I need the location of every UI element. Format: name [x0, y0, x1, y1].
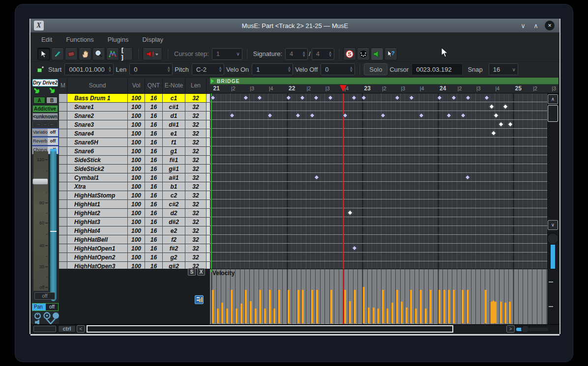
drum-row[interactable]: HighHat310016d#232: [59, 218, 210, 226]
sound-name-cell[interactable]: HighHatStomp: [67, 191, 128, 199]
qnt-cell[interactable]: 16: [145, 147, 163, 155]
velocity-bar[interactable]: [504, 303, 506, 323]
vol-cell[interactable]: 100: [128, 262, 145, 269]
note-diamond[interactable]: [299, 95, 305, 100]
enote-cell[interactable]: b1: [163, 182, 185, 191]
whats-this-button[interactable]: ?: [384, 48, 397, 60]
enote-cell[interactable]: c#1: [163, 103, 185, 111]
send-row-reverb[interactable]: Reverboff: [32, 137, 59, 145]
mute-cell[interactable]: [59, 94, 67, 102]
mute-cell[interactable]: [59, 112, 67, 120]
horizontal-zoom-knob[interactable]: [521, 325, 529, 333]
sound-name-cell[interactable]: SideStick: [67, 156, 128, 164]
velocity-bar[interactable]: [420, 290, 422, 323]
velocity-bar[interactable]: [495, 302, 497, 323]
vol-cell[interactable]: 100: [128, 112, 145, 120]
bank-button[interactable]: Addictive D: [32, 105, 58, 113]
velocity-bar[interactable]: [467, 290, 469, 323]
snap-combo[interactable]: 16∨: [489, 63, 518, 75]
note-diamond[interactable]: [437, 95, 442, 100]
velocity-bar[interactable]: [406, 308, 408, 323]
sound-name-cell[interactable]: HighHatOpen2: [67, 253, 128, 261]
input-routing-icon[interactable]: [33, 87, 42, 95]
drum-row[interactable]: Xtra10016b132: [59, 182, 210, 191]
len-cell[interactable]: 32: [185, 138, 206, 146]
velocity-bar[interactable]: [382, 290, 384, 323]
pointer-tool-button[interactable]: [37, 48, 50, 60]
drum-row[interactable]: Snare610016g132: [59, 147, 210, 156]
velocity-bar[interactable]: [250, 301, 252, 323]
velocity-bar[interactable]: [297, 290, 299, 323]
velocity-bar[interactable]: [377, 309, 379, 323]
velocity-bar[interactable]: [415, 309, 417, 323]
len-cell[interactable]: 32: [185, 147, 206, 155]
note-diamond[interactable]: [465, 95, 470, 100]
velocity-bar[interactable]: [462, 290, 464, 323]
enote-cell[interactable]: d#1: [163, 120, 185, 129]
instrument-button[interactable]: <unknown>: [32, 113, 58, 120]
velocity-bar[interactable]: [396, 290, 398, 323]
qnt-cell[interactable]: 16: [145, 200, 163, 208]
qnt-cell[interactable]: 16: [145, 112, 163, 120]
mute-cell[interactable]: [59, 120, 67, 129]
vol-cell[interactable]: 100: [128, 191, 145, 199]
vol-cell[interactable]: 100: [128, 120, 145, 129]
menu-functions[interactable]: Functions: [59, 34, 100, 45]
signature-denominator-spinbox[interactable]: 4∧∨: [312, 48, 334, 60]
len-cell[interactable]: 32: [185, 262, 206, 269]
drum-row[interactable]: Snare5H10016f132: [59, 138, 210, 147]
note-diamond[interactable]: [451, 95, 456, 100]
note-diamond[interactable]: [418, 113, 424, 118]
note-diamond[interactable]: [465, 174, 470, 180]
drum-row[interactable]: HighHatBell10016f232: [59, 235, 210, 244]
qnt-cell[interactable]: 16: [145, 262, 163, 269]
velocity-bar[interactable]: [453, 290, 455, 323]
zoom-tool-button[interactable]: [92, 48, 105, 60]
scroll-up-button[interactable]: ∧: [548, 94, 558, 104]
note-diamond[interactable]: [394, 95, 400, 100]
velocity-bar[interactable]: [373, 308, 375, 323]
enote-cell[interactable]: c2: [163, 191, 185, 199]
column-header-vol[interactable]: Vol: [128, 78, 145, 93]
velocity-bar[interactable]: [485, 290, 487, 323]
note-diamond-selected[interactable]: [498, 121, 503, 127]
controller-solo-button[interactable]: S: [188, 268, 196, 276]
velocity-bar[interactable]: [264, 309, 266, 323]
len-cell[interactable]: 32: [185, 120, 206, 129]
note-diamond[interactable]: [229, 113, 235, 118]
enote-cell[interactable]: f#2: [163, 244, 185, 253]
qnt-cell[interactable]: 16: [145, 138, 163, 146]
mute-cell[interactable]: [59, 253, 67, 261]
qnt-cell[interactable]: 16: [145, 209, 163, 217]
note-diamond-selected[interactable]: [347, 210, 353, 215]
enote-cell[interactable]: g#2: [163, 262, 185, 269]
velocity-bar[interactable]: [273, 309, 275, 323]
controller-select-icon[interactable]: [195, 295, 204, 304]
maximize-button[interactable]: ∧: [532, 22, 540, 29]
velocity-controller-canvas[interactable]: Velocity: [210, 269, 547, 324]
horizontal-scrollbar-thumb[interactable]: [87, 325, 453, 333]
pencil-tool-button[interactable]: [51, 48, 64, 60]
velocity-bar[interactable]: [221, 303, 223, 323]
horizontal-zoom-track[interactable]: [529, 328, 548, 331]
velocity-bar[interactable]: [245, 290, 247, 323]
vol-cell[interactable]: 100: [128, 103, 145, 111]
patch-button[interactable]: Dry Drive2: [32, 79, 58, 86]
note-diamond[interactable]: [460, 113, 466, 118]
len-cell[interactable]: 32: [185, 191, 206, 199]
mute-cell[interactable]: [59, 138, 67, 146]
drum-row[interactable]: Bass Drum 110016c132: [59, 94, 210, 103]
vol-cell[interactable]: 100: [128, 156, 145, 164]
note-diamond[interactable]: [309, 113, 315, 118]
note-diamond[interactable]: [484, 95, 489, 100]
pan-control[interactable]: Pan off: [32, 303, 59, 311]
vol-cell[interactable]: 100: [128, 138, 145, 146]
velocity-bar[interactable]: [255, 309, 257, 323]
mute-cell[interactable]: [59, 226, 67, 235]
velocity-bar[interactable]: [500, 302, 502, 323]
velocity-bar[interactable]: [226, 309, 228, 323]
sound-name-cell[interactable]: HighHatOpen3: [67, 262, 128, 269]
enote-cell[interactable]: d2: [163, 209, 185, 217]
drum-row[interactable]: HighHatOpen110016f#232: [59, 244, 210, 253]
power-icon[interactable]: [34, 312, 41, 319]
